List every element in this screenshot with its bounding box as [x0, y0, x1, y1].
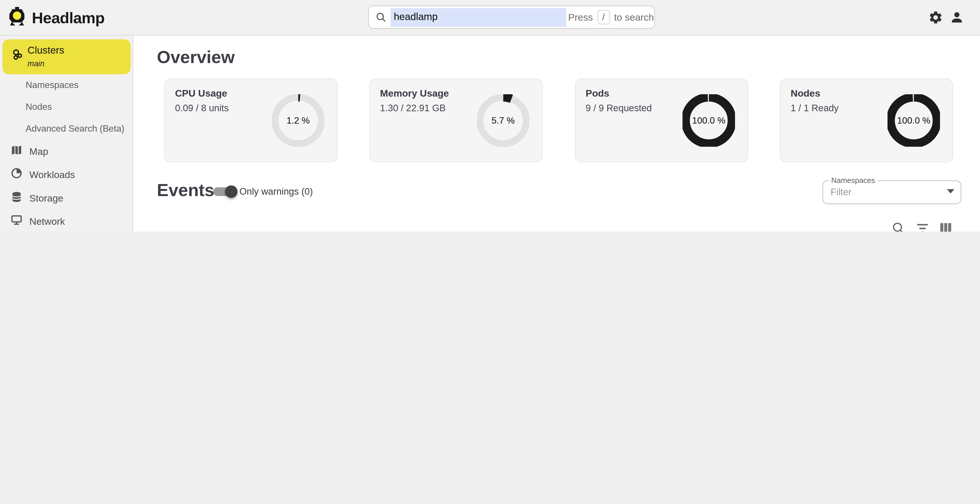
global-search-input[interactable]: headlamp Press / to search — [368, 6, 655, 29]
current-cluster-name: main — [27, 59, 45, 68]
donut-percent-label: 5.7 % — [477, 94, 529, 147]
workloads-icon — [10, 166, 23, 182]
sidebar-item-storage[interactable]: Storage — [10, 190, 64, 206]
card-title: CPU Usage — [175, 88, 228, 99]
headlamp-logo[interactable]: Headlamp — [6, 6, 105, 30]
memory-usage-donut-chart: 5.7 % — [477, 94, 529, 147]
card-title: Nodes — [791, 88, 820, 99]
only-warnings-toggle[interactable] — [213, 187, 235, 196]
table-filter-icon[interactable] — [915, 221, 930, 231]
sidebar-item-advanced-search[interactable]: Advanced Search (Beta) — [25, 124, 124, 133]
top-bar: Headlamp headlamp Press / to search — [0, 0, 980, 36]
slash-keycap: / — [597, 10, 610, 24]
table-columns-icon[interactable] — [938, 221, 953, 231]
headlamp-lamp-icon — [6, 6, 27, 30]
hint-press-text: Press — [568, 11, 593, 23]
card-title: Memory Usage — [380, 88, 449, 99]
sidebar-item-label: Map — [29, 146, 48, 157]
search-icon — [376, 12, 387, 25]
headlamp-app-window: Headlamp headlamp Press / to search — [0, 0, 980, 231]
chevron-down-icon — [947, 189, 955, 193]
page-title: Overview — [157, 47, 234, 67]
sidebar-item-map[interactable]: Map — [10, 144, 48, 159]
pods-card: Pods 9 / 9 Requested 100.0 % — [575, 79, 748, 162]
settings-gear-icon[interactable] — [928, 10, 943, 25]
card-subtitle: 0.09 / 8 units — [175, 102, 229, 113]
network-monitor-icon — [10, 214, 23, 229]
namespaces-filter-label: Namespaces — [829, 176, 878, 185]
sidebar-item-label: Storage — [29, 193, 63, 204]
search-query-text: headlamp — [394, 11, 438, 22]
sidebar-item-network[interactable]: Network — [10, 214, 65, 229]
sidebar-item-label: Network — [29, 216, 65, 227]
namespaces-filter-placeholder: Filter — [831, 187, 852, 197]
sidebar-item-label: Workloads — [29, 169, 75, 180]
donut-percent-label: 100.0 % — [682, 94, 735, 147]
sidebar: Clusters main Namespaces Nodes Advanced … — [0, 36, 133, 231]
pods-donut-chart: 100.0 % — [682, 94, 735, 147]
sidebar-item-namespaces[interactable]: Namespaces — [25, 80, 78, 90]
cpu-usage-card: CPU Usage 0.09 / 8 units 1.2 % — [164, 79, 337, 162]
sidebar-item-nodes[interactable]: Nodes — [25, 102, 52, 112]
card-title: Pods — [585, 88, 609, 99]
toggle-thumb — [225, 185, 238, 198]
namespaces-filter-select[interactable]: Namespaces Filter — [822, 180, 961, 204]
only-warnings-label: Only warnings (0) — [239, 186, 313, 197]
app-title: Headlamp — [32, 8, 105, 26]
main-content: Overview CPU Usage 0.09 / 8 units 1.2 % … — [134, 36, 980, 231]
donut-percent-label: 100.0 % — [888, 94, 940, 147]
cpu-usage-donut-chart: 1.2 % — [272, 94, 325, 147]
card-subtitle: 1 / 1 Ready — [791, 102, 838, 113]
memory-usage-card: Memory Usage 1.30 / 22.91 GB 5.7 % — [369, 79, 542, 162]
table-search-icon[interactable] — [891, 221, 906, 231]
storage-database-icon — [10, 190, 23, 206]
events-section-title: Events — [157, 180, 214, 200]
donut-percent-label: 1.2 % — [272, 94, 325, 147]
nodes-donut-chart: 100.0 % — [888, 94, 940, 147]
card-subtitle: 9 / 9 Requested — [585, 102, 652, 113]
hint-suffix-text: to search — [614, 11, 654, 23]
search-shortcut-hint: Press / to search — [568, 6, 654, 28]
card-subtitle: 1.30 / 22.91 GB — [380, 102, 446, 113]
sidebar-item-label: Clusters — [27, 45, 64, 56]
nodes-card: Nodes 1 / 1 Ready 100.0 % — [780, 79, 953, 162]
clusters-hexagons-icon — [11, 47, 24, 63]
user-account-icon[interactable] — [949, 10, 964, 25]
sidebar-item-workloads[interactable]: Workloads — [10, 166, 75, 182]
map-icon — [10, 144, 23, 159]
sidebar-item-clusters[interactable]: Clusters main — [3, 39, 130, 74]
